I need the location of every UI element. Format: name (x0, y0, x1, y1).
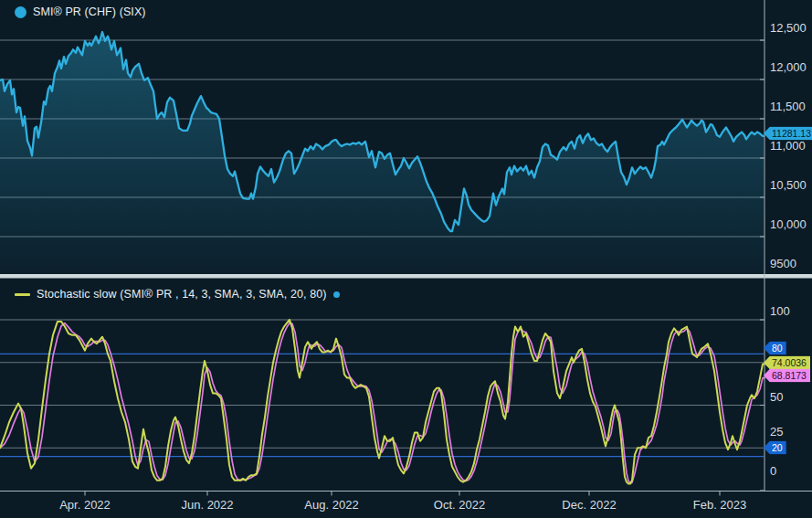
stoch-y-label: 0 (770, 465, 776, 478)
last-price-badge: 11281.13 (764, 127, 812, 141)
chart-canvas[interactable] (0, 0, 812, 518)
legend-stochastic-label: Stochastic slow (SMI® PR , 14, 3, SMA, 3… (37, 288, 327, 301)
x-axis-month-label: Apr. 2022 (59, 498, 111, 512)
legend-price-label: SMI® PR (CHF) (SIX) (33, 5, 146, 18)
legend-price[interactable]: SMI® PR (CHF) (SIX) (15, 5, 146, 18)
x-axis-month-label: Feb. 2023 (693, 498, 747, 512)
x-axis-month-label: Dec. 2022 (562, 498, 616, 512)
series-source-dot-icon (333, 291, 340, 298)
x-axis-month-label: Jun. 2022 (181, 498, 233, 512)
stoch-y-label: 25 (770, 426, 783, 439)
stoch-k-line[interactable] (0, 320, 765, 484)
price-series-dot-icon (15, 6, 26, 18)
chart-widget: SMI® PR (CHF) (SIX) Stochastic slow (SMI… (0, 0, 812, 518)
panel-separator (0, 274, 812, 279)
price-y-label: 11,000 (770, 140, 806, 153)
stochastic-line-icon (15, 293, 30, 296)
stoch-k-value-badge: 74.0036 (764, 356, 810, 370)
legend-stochastic[interactable]: Stochastic slow (SMI® PR , 14, 3, SMA, 3… (15, 288, 340, 301)
price-y-label: 10,000 (770, 218, 807, 231)
x-axis-month-label: Aug. 2022 (304, 498, 358, 512)
price-y-label: 12,500 (770, 22, 807, 35)
x-axis-month-label: Oct. 2022 (434, 498, 485, 512)
price-y-label: 9500 (770, 258, 796, 270)
stoch-d-value-badge: 68.8173 (764, 369, 810, 383)
stoch-y-label: 100 (770, 305, 790, 318)
stoch-y-label: 50 (770, 391, 783, 404)
price-y-label: 11,500 (770, 100, 806, 113)
price-y-label: 10,500 (770, 179, 807, 192)
price-y-label: 12,000 (770, 61, 807, 74)
stoch-d-line[interactable] (0, 323, 765, 483)
